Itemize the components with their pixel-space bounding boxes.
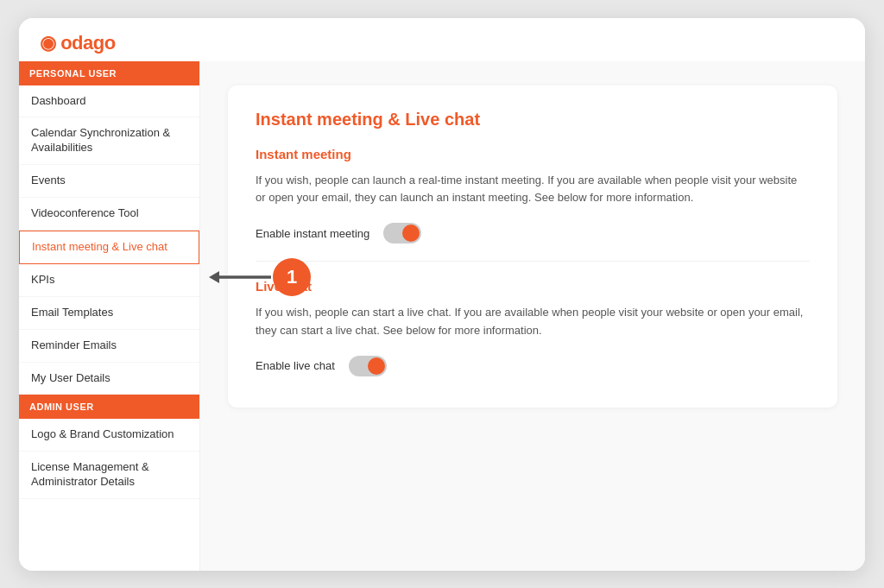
sidebar-item-reminder-emails[interactable]: Reminder Emails [19, 330, 199, 363]
instant-meeting-toggle-row: Enable instant meeting [256, 223, 810, 243]
live-chat-toggle-label: Enable live chat [256, 359, 335, 372]
top-bar: ◉ odago [19, 18, 865, 61]
logo-icon: ◉ [40, 32, 56, 54]
svg-marker-1 [209, 271, 219, 283]
sidebar-item-email-templates[interactable]: Email Templates [19, 297, 199, 330]
instant-meeting-toggle-label: Enable instant meeting [256, 227, 369, 240]
instant-meeting-toggle[interactable] [383, 223, 421, 243]
live-chat-title: Live chat [256, 279, 810, 294]
instant-meeting-description: If you wish, people can launch a real-ti… [256, 172, 810, 208]
logo-text: odago [60, 32, 116, 54]
sidebar-item-logo-brand[interactable]: Logo & Brand Customization [19, 419, 199, 452]
live-chat-toggle[interactable] [349, 356, 387, 376]
sidebar-item-videoconference[interactable]: Videoconference Tool [19, 198, 199, 231]
sidebar-item-events[interactable]: Events [19, 165, 199, 198]
instant-meeting-knob [402, 224, 420, 242]
live-chat-section: Live chat If you wish, people can start … [256, 279, 810, 376]
app-window: ◉ odago PERSONAL USER Dashboard Calendar… [19, 18, 865, 571]
instant-meeting-section: Instant meeting If you wish, people can … [256, 147, 810, 244]
live-chat-slider [349, 356, 387, 376]
arrow-icon [202, 262, 280, 293]
section-divider [256, 261, 810, 262]
annotation-badge: 1 [273, 258, 311, 296]
live-chat-toggle-row: Enable live chat [256, 356, 810, 376]
sidebar-item-license-management[interactable]: License Management & Administrator Detai… [19, 452, 199, 499]
sidebar-item-dashboard[interactable]: Dashboard [19, 85, 199, 118]
instant-meeting-slider [383, 223, 421, 243]
live-chat-description: If you wish, people can start a live cha… [256, 304, 810, 340]
sidebar: PERSONAL USER Dashboard Calendar Synchro… [19, 61, 200, 571]
content-card: 1 Instant meeting & Live chat Instant me… [228, 85, 837, 408]
card-title: Instant meeting & Live chat [256, 110, 810, 130]
arrow-annotation: 1 [202, 258, 311, 296]
sidebar-section-personal: PERSONAL USER [19, 61, 199, 85]
logo: ◉ odago [40, 32, 844, 54]
instant-meeting-title: Instant meeting [256, 147, 810, 161]
live-chat-knob [368, 357, 385, 375]
main-content: 1 Instant meeting & Live chat Instant me… [200, 61, 865, 571]
main-layout: PERSONAL USER Dashboard Calendar Synchro… [19, 61, 865, 571]
badge-number: 1 [287, 266, 297, 288]
sidebar-item-kpis[interactable]: KPIs [19, 264, 199, 297]
sidebar-item-calendar-sync[interactable]: Calendar Synchronization & Availabilitie… [19, 117, 199, 165]
sidebar-item-user-details[interactable]: My User Details [19, 363, 199, 395]
sidebar-item-instant-meeting[interactable]: Instant meeting & Live chat [19, 231, 199, 264]
sidebar-section-admin: ADMIN USER [19, 395, 199, 419]
